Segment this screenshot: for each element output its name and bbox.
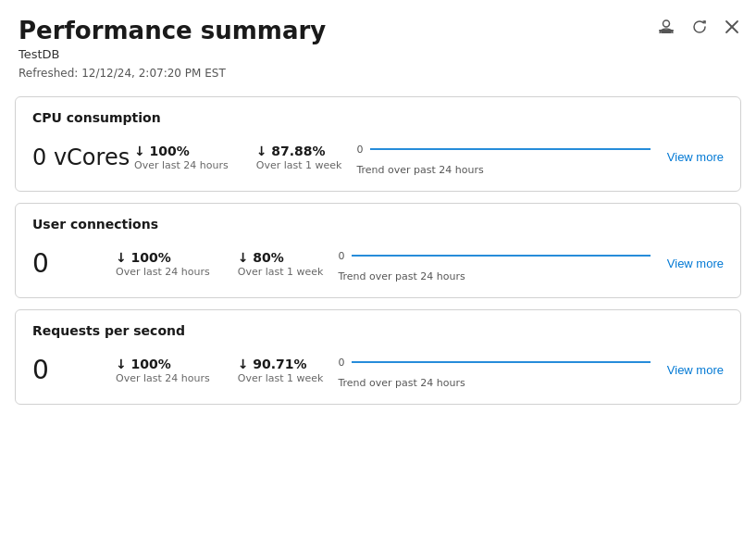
person-icon-button[interactable] — [656, 17, 676, 37]
stat-percent-week-connections: ↓ 80% — [238, 250, 324, 265]
card-title-requests: Requests per second — [32, 323, 724, 338]
card-connections: User connections 0 ↓ 100% Over last 24 h… — [15, 203, 741, 298]
metric-value-requests: 0 — [32, 355, 116, 385]
trend-and-view-cpu: 0 Trend over past 24 hours View more — [356, 138, 724, 176]
trend-inner-connections: 0 Trend over past 24 hours — [338, 244, 650, 282]
view-more-button-cpu[interactable]: View more — [667, 150, 724, 164]
stat-percent-week-requests: ↓ 90.71% — [238, 357, 324, 371]
stats-pair-cpu: ↓ 100% Over last 24 hours ↓ 87.88% Over … — [134, 144, 341, 171]
refresh-button[interactable] — [689, 17, 710, 37]
stat-label-24h-requests: Over last 24 hours — [116, 372, 210, 384]
card-body-cpu: 0 vCores ↓ 100% Over last 24 hours ↓ 87.… — [32, 138, 724, 176]
trend-label-connections: Trend over past 24 hours — [338, 270, 650, 282]
trend-inner-cpu: 0 Trend over past 24 hours — [356, 138, 650, 176]
stat-24h-requests: ↓ 100% Over last 24 hours — [116, 357, 210, 384]
stat-percent-week-cpu: ↓ 87.88% — [256, 144, 342, 158]
card-body-connections: 0 ↓ 100% Over last 24 hours ↓ 80% Over l… — [32, 244, 724, 282]
person-icon — [658, 19, 675, 35]
stat-week-connections: ↓ 80% Over last 1 week — [238, 250, 324, 278]
trend-line-connections — [352, 255, 650, 257]
trend-and-view-requests: 0 Trend over past 24 hours View more — [338, 351, 724, 389]
view-more-button-connections[interactable]: View more — [667, 257, 724, 270]
trend-zero-cpu: 0 — [356, 144, 363, 156]
stats-pair-connections: ↓ 100% Over last 24 hours ↓ 80% Over las… — [116, 250, 323, 278]
trend-chart-cpu: 0 — [356, 138, 650, 160]
db-name: TestDB — [19, 47, 737, 61]
trend-line-container-requests — [352, 351, 650, 373]
header-actions — [656, 17, 741, 37]
metric-value-cpu: 0 vCores — [32, 144, 134, 170]
stat-label-24h-connections: Over last 24 hours — [116, 266, 210, 278]
stats-pair-requests: ↓ 100% Over last 24 hours ↓ 90.71% Over … — [116, 357, 323, 384]
svg-point-2 — [663, 20, 670, 27]
trend-line-container-cpu — [370, 138, 650, 160]
card-body-requests: 0 ↓ 100% Over last 24 hours ↓ 90.71% Ove… — [32, 351, 724, 389]
close-icon — [725, 19, 739, 34]
stat-24h-connections: ↓ 100% Over last 24 hours — [116, 250, 210, 278]
trend-zero-requests: 0 — [338, 357, 344, 369]
close-button[interactable] — [723, 18, 741, 36]
svg-rect-1 — [661, 31, 672, 33]
cards-container: CPU consumption 0 vCores ↓ 100% Over las… — [0, 87, 756, 414]
stat-24h-cpu: ↓ 100% Over last 24 hours — [134, 144, 229, 171]
card-title-cpu: CPU consumption — [32, 110, 724, 125]
card-requests: Requests per second 0 ↓ 100% Over last 2… — [15, 309, 741, 405]
trend-zero-connections: 0 — [338, 250, 344, 262]
trend-line-requests — [352, 361, 650, 363]
trend-chart-connections: 0 — [338, 244, 650, 267]
stat-label-week-connections: Over last 1 week — [238, 266, 324, 278]
trend-and-view-connections: 0 Trend over past 24 hours View more — [338, 244, 724, 282]
refresh-icon — [691, 19, 708, 35]
stat-week-requests: ↓ 90.71% Over last 1 week — [238, 357, 324, 384]
stat-percent-24h-requests: ↓ 100% — [116, 357, 210, 371]
card-cpu: CPU consumption 0 vCores ↓ 100% Over las… — [15, 96, 741, 192]
trend-line-cpu — [370, 148, 650, 150]
page-header: Performance summary TestDB Refreshed: 12… — [0, 0, 756, 87]
metric-value-connections: 0 — [32, 248, 116, 279]
stat-percent-24h-connections: ↓ 100% — [116, 250, 210, 265]
stat-week-cpu: ↓ 87.88% Over last 1 week — [256, 144, 342, 171]
stat-label-week-requests: Over last 1 week — [238, 372, 324, 384]
trend-line-container-connections — [352, 244, 650, 267]
page-title: Performance summary — [19, 17, 737, 45]
stat-label-week-cpu: Over last 1 week — [256, 159, 342, 171]
trend-chart-requests: 0 — [338, 351, 650, 373]
card-title-connections: User connections — [32, 217, 724, 232]
stat-percent-24h-cpu: ↓ 100% — [134, 144, 229, 158]
refresh-time: Refreshed: 12/12/24, 2:07:20 PM EST — [19, 67, 737, 80]
trend-label-cpu: Trend over past 24 hours — [356, 164, 650, 176]
trend-label-requests: Trend over past 24 hours — [338, 377, 650, 389]
stat-label-24h-cpu: Over last 24 hours — [134, 159, 229, 171]
view-more-button-requests[interactable]: View more — [667, 363, 724, 377]
trend-inner-requests: 0 Trend over past 24 hours — [338, 351, 650, 389]
